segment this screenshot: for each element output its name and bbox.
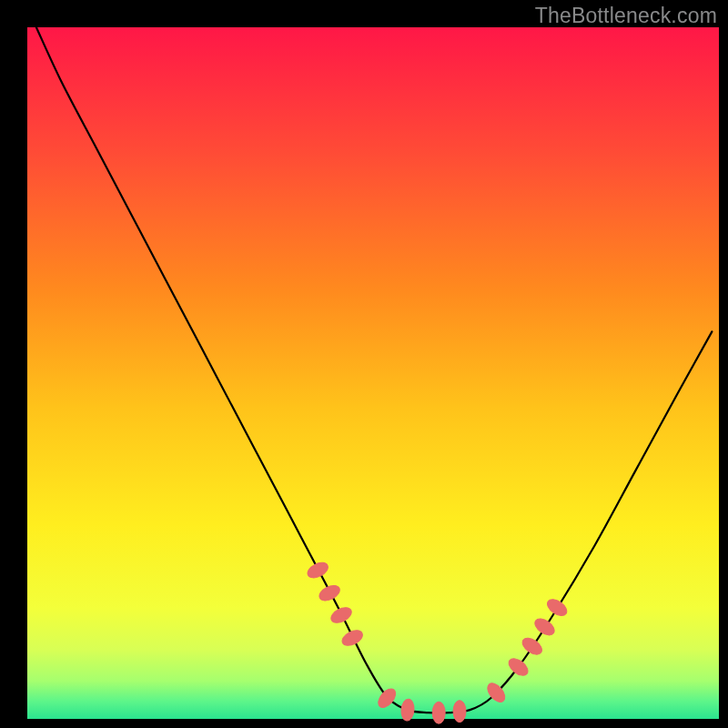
bottleneck-chart [0, 0, 728, 728]
watermark-text: TheBottleneck.com [535, 4, 717, 28]
plot-background [27, 27, 719, 719]
chart-frame: TheBottleneck.com [0, 0, 728, 728]
highlight-dot [432, 702, 445, 723]
highlight-dot [453, 701, 466, 723]
